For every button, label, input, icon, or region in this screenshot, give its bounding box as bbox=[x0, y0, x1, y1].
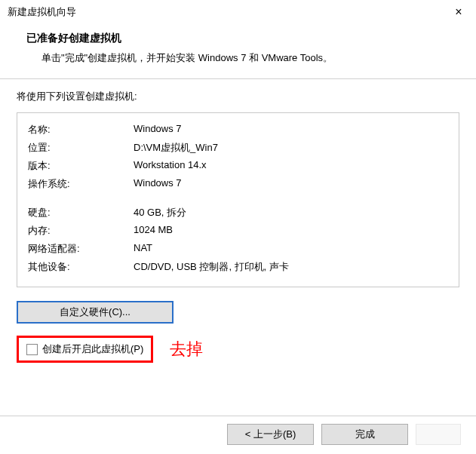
settings-box: 名称: Windows 7 位置: D:\VM虚拟机_Win7 版本: Work… bbox=[17, 112, 459, 287]
close-icon[interactable]: × bbox=[449, 5, 468, 19]
table-row: 其他设备: CD/DVD, USB 控制器, 打印机, 声卡 bbox=[28, 258, 448, 276]
content-area: 将使用下列设置创建虚拟机: 名称: Windows 7 位置: D:\VM虚拟机… bbox=[0, 79, 476, 370]
setting-label: 操作系统: bbox=[28, 175, 134, 193]
page-title: 已准备好创建虚拟机 bbox=[26, 32, 461, 45]
setting-label: 名称: bbox=[28, 121, 134, 139]
setting-value: 1024 MB bbox=[134, 222, 448, 240]
customize-hardware-button[interactable]: 自定义硬件(C)... bbox=[17, 301, 174, 324]
setting-value: 40 GB, 拆分 bbox=[134, 204, 448, 222]
titlebar: 新建虚拟机向导 × bbox=[0, 0, 476, 23]
setting-label: 网络适配器: bbox=[28, 240, 134, 258]
setting-label: 硬盘: bbox=[28, 204, 134, 222]
footer: < 上一步(B) 完成 bbox=[0, 416, 476, 454]
annotation-box: 创建后开启此虚拟机(P) bbox=[17, 336, 153, 363]
finish-button[interactable]: 完成 bbox=[321, 424, 408, 445]
setting-value: NAT bbox=[134, 240, 448, 258]
annotation-text: 去掉 bbox=[170, 338, 203, 360]
back-button[interactable]: < 上一步(B) bbox=[227, 424, 314, 445]
header-section: 已准备好创建虚拟机 单击"完成"创建虚拟机，并开始安装 Windows 7 和 … bbox=[0, 23, 476, 78]
setting-label: 其他设备: bbox=[28, 258, 134, 276]
setting-label: 位置: bbox=[28, 139, 134, 157]
table-row: 操作系统: Windows 7 bbox=[28, 175, 448, 193]
settings-intro: 将使用下列设置创建虚拟机: bbox=[17, 90, 459, 103]
table-row: 硬盘: 40 GB, 拆分 bbox=[28, 204, 448, 222]
table-row: 内存: 1024 MB bbox=[28, 222, 448, 240]
window-title: 新建虚拟机向导 bbox=[8, 5, 76, 19]
power-on-checkbox-label[interactable]: 创建后开启此虚拟机(P) bbox=[42, 342, 143, 356]
table-row: 位置: D:\VM虚拟机_Win7 bbox=[28, 139, 448, 157]
spacer bbox=[28, 193, 448, 204]
settings-table: 名称: Windows 7 位置: D:\VM虚拟机_Win7 版本: Work… bbox=[28, 121, 448, 276]
page-description: 单击"完成"创建虚拟机，并开始安装 Windows 7 和 VMware Too… bbox=[26, 51, 461, 65]
setting-value: Windows 7 bbox=[134, 121, 448, 139]
setting-value: Workstation 14.x bbox=[134, 157, 448, 175]
checkbox-row: 创建后开启此虚拟机(P) 去掉 bbox=[17, 336, 459, 363]
table-row: 名称: Windows 7 bbox=[28, 121, 448, 139]
setting-label: 内存: bbox=[28, 222, 134, 240]
setting-value: D:\VM虚拟机_Win7 bbox=[134, 139, 448, 157]
setting-value: CD/DVD, USB 控制器, 打印机, 声卡 bbox=[134, 258, 448, 276]
power-on-checkbox[interactable] bbox=[26, 344, 38, 355]
cancel-button[interactable] bbox=[416, 424, 461, 445]
table-row: 网络适配器: NAT bbox=[28, 240, 448, 258]
table-row: 版本: Workstation 14.x bbox=[28, 157, 448, 175]
setting-value: Windows 7 bbox=[134, 175, 448, 193]
setting-label: 版本: bbox=[28, 157, 134, 175]
